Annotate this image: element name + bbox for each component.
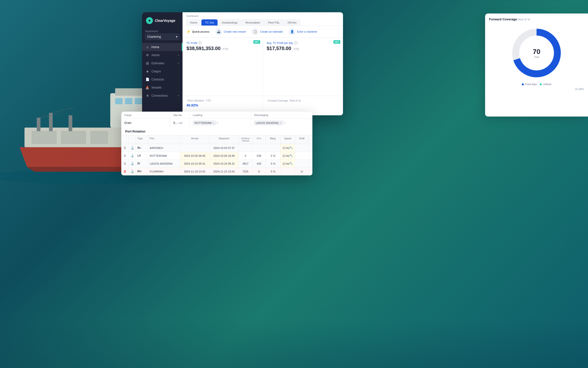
sidebar-item-estimates[interactable]: ▤ Estimates ▾ [142,59,183,67]
cargo-col-loading: Loading [190,112,251,118]
speed-cell-2[interactable]: 12 kts 🔧 [281,152,295,159]
sidebar-item-label: Vessels [151,86,161,89]
svg-rect-17 [61,131,86,144]
arrival-cell-3: 2024-10-22 05:31 [180,160,209,167]
info-icon-2[interactable]: ? [294,41,297,45]
th-delete [121,135,129,144]
type-dropdown[interactable]: ▾ [141,170,142,173]
logo-text: ClearVoyage [155,19,175,23]
draft-cell-1 [295,144,309,152]
sidebar-item-label: Admin [151,53,160,57]
sidebar-item-vessels[interactable]: ⛵ Vessels [142,83,183,92]
type-cell-4[interactable]: BU ▾ [136,168,148,175]
port-table-header: Type Port Arrival Departure Distance Nor… [121,135,312,144]
port-dropdown[interactable]: ▾ [163,170,164,173]
tab-fleet-pl[interactable]: Fleet P&L [264,19,283,26]
home-icon: ⌂ [146,45,149,49]
wrench-icon[interactable]: 🔧 [290,162,293,165]
discharging-dropdown-arrow[interactable]: ▾ [284,122,285,124]
delete-icon[interactable]: 🗑 [123,162,126,165]
th-draft: Draft [295,135,309,144]
sidebar-item-connections[interactable]: ⊕ Connections ▾ [142,92,183,100]
type-dropdown[interactable]: ▾ [141,147,142,149]
anchor-cell-2[interactable]: ⚓ [129,152,136,159]
tab-outstandings[interactable]: Outstandings [218,19,241,26]
sidebar-item-label: Contracts [151,78,164,81]
arrival-cell-4: 2024-11-19 13:42 [180,168,209,175]
vessel-icon: 🚢 [215,28,222,35]
metric-value-tc-profit: $38,591,353.00 YTD [186,46,259,51]
sidebar-item-home[interactable]: ⌂ Home [142,43,183,51]
type-badge: DI [137,162,140,165]
metric-label-tc-profit: TC Profit ? [186,41,259,45]
th-anchor [129,135,136,144]
draft-cell-2 [295,152,309,159]
wrench-icon[interactable]: 🔧 [290,154,293,157]
loading-tag-close[interactable]: ✕ [212,122,214,124]
anchor-icon-blue[interactable]: ⚓ [130,154,134,158]
anchor-cell-3[interactable]: ⚓ [129,160,136,167]
forward-coverage-title: Forward Coverage Rest of Ye [267,99,339,102]
tab-off-hire[interactable]: Off-hire [284,19,300,26]
salinity-cell-3[interactable]: Salt. ▾ [309,160,312,167]
cargo-cell-loading: ROTTERDAM ✕ ▾ [190,119,251,127]
salinity-cell-4[interactable]: Salt. ▾ [309,168,312,175]
create-vessel-action[interactable]: 🚢 Create new vessel [215,28,246,35]
margin-cell-3: 5 % [266,160,281,167]
anchor-cell-1[interactable]: ⚓ [129,144,136,152]
chart-legend: Fixed days Unfixed [489,83,584,86]
svg-rect-11 [37,118,40,132]
speed-cell-1[interactable]: 12 kts 🔧 [281,144,295,152]
delete-icon-red[interactable]: 🗑 [123,170,126,173]
port-cell-4[interactable]: FUJAIRAH ▾ [148,168,180,175]
salinity-cell-1[interactable]: Salt. ▾ [309,144,312,152]
create-estimate-action[interactable]: 📋 Create an estimate [252,28,283,35]
departure-cell-3: 2024-10-24 05:31 [209,160,239,167]
arrival-cell-1 [180,144,209,152]
speed-cell-3[interactable]: 12 kts 🔧 [281,160,295,167]
anchor-icon[interactable]: ⚓ [130,146,134,150]
enter-charterer-action[interactable]: 👤 Enter a charterer [289,28,317,35]
delete-cell-1[interactable]: 🗑 [121,144,129,152]
salinity-cell-2[interactable]: Salt. ▾ [309,152,312,159]
delete-cell-3[interactable]: 🗑 [121,160,129,167]
cargo-col-discharging: Discharging [251,112,312,118]
loading-port-tag[interactable]: ROTTERDAM ✕ [193,121,216,125]
quick-access-label: Quick-access [192,30,209,33]
table-row: 🗑 ⚓ BU ▾ FUJAIRAH ▾ 2024-11-19 13:42 202… [121,168,312,175]
sidebar-item-contracts[interactable]: 📄 Contracts [142,75,183,83]
delete-cell-4[interactable]: 🗑 [121,168,129,175]
cargo-cell-stow: S... cbft [170,119,190,127]
wrench-icon[interactable]: 🔧 [290,146,293,149]
speed-cell-4 [281,168,295,175]
donut-percent: 70 Total [533,48,540,58]
cargo-cell-type: Grain [121,119,170,127]
delete-icon[interactable]: 🗑 [123,146,126,150]
table-row: 🗑 ⚓ BL ▾ AARSNES ▾ 2024-10-03 07:37 12 k… [121,144,312,152]
port-dropdown[interactable]: ▾ [163,147,164,149]
delete-icon[interactable]: 🗑 [123,154,126,158]
donut-label: Total [533,56,540,58]
info-icon[interactable]: ? [198,41,201,45]
sidebar-item-label: Estimates [151,62,164,65]
anchor-cell-4[interactable]: ⚓ [129,168,136,175]
tab-tc-out[interactable]: TC Out [201,19,217,26]
anchor-icon-blue[interactable]: ⚓ [130,162,134,165]
sidebar-item-cargos[interactable]: ◈ Cargos [142,67,183,75]
department-select[interactable]: Chartering ▾ [145,34,180,40]
anchor-icon-blue[interactable]: ⚓ [130,170,134,173]
legend-fixed: Fixed days [522,83,537,86]
sidebar-item-admin[interactable]: ⚙ Admin ▾ [142,51,183,59]
discharging-tag-close[interactable]: ✕ [280,122,282,124]
cargos-icon: ◈ [146,69,149,73]
type-cell-1[interactable]: BL ▾ [136,144,148,152]
discharging-port-tag[interactable]: LAGOS (NIGERIA) ✕ [254,121,283,125]
loading-dropdown-arrow[interactable]: ▾ [217,122,218,124]
tab-home[interactable]: Home [186,19,201,26]
metrics-row: NET TC Profit ? $38,591,353.00 YTD NET A… [183,38,343,96]
delete-cell-2[interactable]: 🗑 [121,152,129,159]
logo: ClearVoyage [142,12,183,28]
legend-dot-unfixed [540,83,542,85]
tab-receivables[interactable]: Receivables [242,19,264,26]
fleet-util-percent: 40.82% [186,103,259,107]
